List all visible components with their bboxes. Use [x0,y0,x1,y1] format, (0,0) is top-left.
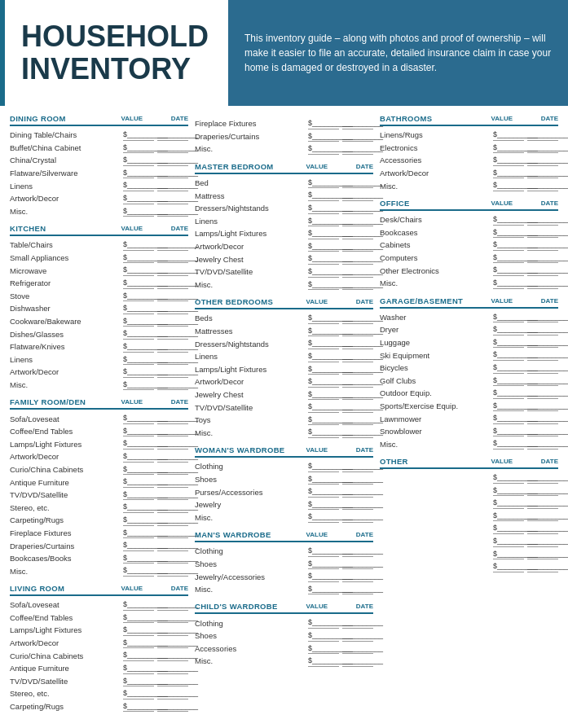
value-field[interactable]: __________ [123,464,154,476]
date-field[interactable]: __________ [157,426,188,437]
date-field[interactable]: __________ [342,474,373,485]
date-field[interactable]: __________ [157,676,188,687]
value-field[interactable]: __________ [308,571,339,582]
value-field[interactable]: __________ [493,561,524,572]
date-field[interactable]: __________ [157,663,188,674]
date-field[interactable]: __________ [342,131,373,143]
value-field[interactable]: __________ [123,663,154,674]
date-field[interactable]: __________ [157,464,188,476]
value-field[interactable]: __________ [123,413,154,424]
date-field[interactable]: __________ [342,414,373,426]
date-field[interactable]: __________ [157,502,188,513]
date-field[interactable]: __________ [342,203,373,214]
value-field[interactable]: __________ [308,279,339,291]
value-field[interactable]: __________ [493,426,524,437]
date-field[interactable]: __________ [342,584,373,595]
value-field[interactable]: __________ [493,498,524,509]
value-field[interactable]: __________ [123,612,154,624]
value-field[interactable]: __________ [308,313,339,324]
date-field[interactable]: __________ [157,515,188,526]
value-field[interactable]: __________ [123,354,154,366]
date-field[interactable]: __________ [527,511,558,522]
date-field[interactable]: __________ [342,241,373,252]
value-field[interactable]: __________ [308,559,339,570]
value-field[interactable]: __________ [493,324,524,335]
date-field[interactable]: __________ [527,549,558,560]
date-field[interactable]: __________ [527,438,558,450]
value-field[interactable]: __________ [123,265,154,276]
value-field[interactable]: __________ [123,129,154,141]
value-field[interactable]: __________ [308,190,339,201]
value-field[interactable]: __________ [308,131,339,143]
value-field[interactable]: __________ [308,178,339,189]
date-field[interactable]: __________ [342,559,373,570]
date-field[interactable]: __________ [157,650,188,661]
value-field[interactable]: __________ [308,546,339,557]
value-field[interactable]: __________ [493,180,524,191]
value-field[interactable]: __________ [123,565,154,577]
value-field[interactable]: __________ [493,265,524,276]
value-field[interactable]: __________ [123,316,154,327]
value-field[interactable]: __________ [493,337,524,349]
date-field[interactable]: __________ [342,376,373,388]
value-field[interactable]: __________ [308,427,339,438]
date-field[interactable]: __________ [157,303,188,314]
date-field[interactable]: __________ [527,349,558,361]
value-field[interactable]: __________ [308,656,339,667]
date-field[interactable]: __________ [527,214,558,226]
value-field[interactable]: __________ [123,303,154,314]
date-field[interactable]: __________ [157,265,188,276]
date-field[interactable]: __________ [342,427,373,438]
value-field[interactable]: __________ [308,351,339,362]
date-field[interactable]: __________ [527,536,558,547]
date-field[interactable]: __________ [342,546,373,557]
value-field[interactable]: __________ [308,364,339,375]
date-field[interactable]: __________ [157,143,188,154]
value-field[interactable]: __________ [123,252,154,264]
value-field[interactable]: __________ [308,474,339,485]
date-field[interactable]: __________ [342,178,373,189]
date-field[interactable]: __________ [342,499,373,511]
value-field[interactable]: __________ [493,252,524,264]
value-field[interactable]: __________ [123,688,154,699]
date-field[interactable]: __________ [342,630,373,642]
date-field[interactable]: __________ [157,341,188,353]
date-field[interactable]: __________ [157,252,188,264]
value-field[interactable]: __________ [493,214,524,226]
value-field[interactable]: __________ [123,599,154,611]
value-field[interactable]: __________ [308,253,339,265]
date-field[interactable]: __________ [157,316,188,327]
value-field[interactable]: __________ [493,523,524,534]
value-field[interactable]: __________ [493,388,524,399]
value-field[interactable]: __________ [308,461,339,472]
value-field[interactable]: __________ [123,239,154,251]
date-field[interactable]: __________ [157,168,188,179]
value-field[interactable]: __________ [123,291,154,302]
value-field[interactable]: __________ [493,227,524,239]
value-field[interactable]: __________ [308,118,339,129]
value-field[interactable]: __________ [493,239,524,251]
date-field[interactable]: __________ [527,413,558,424]
date-field[interactable]: __________ [157,379,188,391]
value-field[interactable]: __________ [493,129,524,141]
value-field[interactable]: __________ [493,362,524,374]
date-field[interactable]: __________ [342,389,373,401]
date-field[interactable]: __________ [342,253,373,265]
date-field[interactable]: __________ [157,239,188,251]
date-field[interactable]: __________ [157,155,188,166]
value-field[interactable]: __________ [493,536,524,547]
date-field[interactable]: __________ [342,571,373,582]
value-field[interactable]: __________ [493,312,524,323]
date-field[interactable]: __________ [342,228,373,239]
value-field[interactable]: __________ [123,168,154,179]
date-field[interactable]: __________ [157,540,188,551]
value-field[interactable]: __________ [493,278,524,289]
value-field[interactable]: __________ [493,438,524,450]
date-field[interactable]: __________ [527,252,558,264]
value-field[interactable]: __________ [123,515,154,526]
date-field[interactable]: __________ [157,206,188,217]
value-field[interactable]: __________ [493,485,524,497]
value-field[interactable]: __________ [123,489,154,501]
value-field[interactable]: __________ [308,326,339,337]
date-field[interactable]: __________ [157,565,188,577]
